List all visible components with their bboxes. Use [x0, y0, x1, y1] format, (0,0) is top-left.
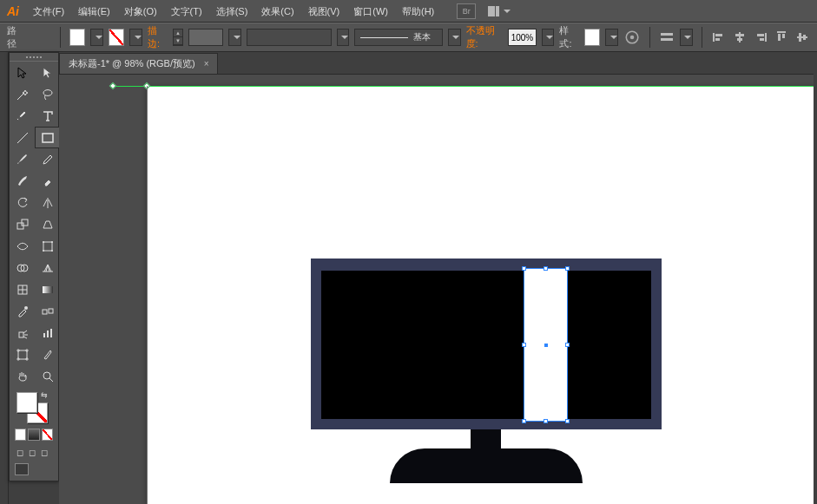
menu-file[interactable]: 文件(F) [26, 0, 71, 23]
resize-handle-tr[interactable] [565, 266, 570, 271]
line-tool[interactable] [10, 127, 35, 148]
hand-tool[interactable] [10, 365, 35, 387]
brush-definition[interactable]: 基本 [354, 29, 442, 46]
shear-tool[interactable] [35, 213, 60, 235]
recolor-button[interactable] [623, 28, 641, 47]
opacity-label[interactable]: 不透明度: [466, 24, 504, 50]
mesh-tool[interactable] [10, 278, 35, 300]
arrange-docs-button[interactable] [488, 6, 511, 16]
stroke-weight-field[interactable] [188, 29, 223, 46]
magic-wand-tool[interactable] [10, 83, 35, 105]
free-transform-tool[interactable] [35, 235, 60, 257]
lasso-tool[interactable] [35, 83, 60, 105]
fill-stroke-indicator[interactable]: ⇆ [10, 387, 58, 427]
resize-handle-bl[interactable] [522, 419, 526, 423]
pencil-tool[interactable] [35, 148, 60, 170]
document-tab[interactable]: 未标题-1* @ 98% (RGB/预览) × [59, 53, 218, 74]
menu-help[interactable]: 帮助(H) [395, 0, 441, 23]
resize-handle-tl[interactable] [522, 266, 526, 271]
menu-effect[interactable]: 效果(C) [254, 0, 300, 23]
graphic-style-swatch[interactable] [584, 29, 600, 46]
selected-object[interactable] [524, 269, 567, 421]
align-vcenter-button[interactable] [794, 29, 810, 46]
align-right-button[interactable] [753, 29, 768, 46]
zoom-tool[interactable] [35, 365, 60, 387]
menu-type[interactable]: 文字(T) [164, 0, 209, 23]
menu-object[interactable]: 对象(O) [117, 0, 164, 23]
resize-handle-t[interactable] [544, 266, 548, 271]
stroke-dropdown[interactable] [129, 29, 142, 46]
align-dropdown[interactable] [680, 29, 693, 46]
column-graph-tool[interactable] [35, 322, 60, 344]
selection-tool[interactable] [10, 62, 35, 83]
brush-dropdown[interactable] [448, 29, 461, 46]
width-tool[interactable] [10, 235, 35, 257]
artboard[interactable] [147, 86, 817, 504]
horizontal-guide[interactable] [113, 86, 817, 87]
selection-center[interactable] [544, 344, 548, 347]
opacity-field[interactable]: 100% [508, 29, 537, 46]
fill-swatch[interactable] [69, 29, 85, 46]
svg-rect-31 [43, 286, 53, 293]
menu-select[interactable]: 选择(S) [209, 0, 255, 23]
svg-rect-7 [739, 32, 741, 43]
eraser-tool[interactable] [35, 170, 60, 192]
var-width-profile[interactable] [247, 29, 332, 46]
align-panel-button[interactable] [659, 29, 675, 46]
bridge-button[interactable]: Br [457, 3, 476, 19]
draw-normal[interactable]: ◻ [15, 446, 25, 458]
toolbox-grip[interactable] [10, 53, 58, 62]
resize-handle-b[interactable] [544, 419, 548, 423]
symbol-sprayer-tool[interactable] [10, 322, 35, 344]
scale-tool[interactable] [10, 213, 35, 235]
color-mode-none[interactable] [42, 429, 53, 441]
stroke-label[interactable]: 描边: [148, 24, 168, 50]
fill-dropdown[interactable] [90, 29, 103, 46]
draw-inside[interactable]: ◻ [39, 446, 49, 458]
type-tool[interactable] [35, 105, 60, 127]
stroke-weight-dropdown[interactable] [228, 29, 241, 46]
art-monitor-base[interactable] [390, 448, 583, 483]
resize-handle-r[interactable] [565, 343, 570, 347]
art-monitor-screen[interactable] [321, 271, 651, 419]
guide-anchor-left[interactable] [109, 82, 116, 89]
shape-builder-tool[interactable] [10, 257, 35, 278]
menu-edit[interactable]: 编辑(E) [71, 0, 117, 23]
stroke-weight-stepper[interactable]: ▲▼ [173, 29, 184, 46]
resize-handle-br[interactable] [565, 419, 570, 423]
blend-tool[interactable] [35, 300, 60, 322]
perspective-grid-tool[interactable] [35, 257, 60, 278]
eyedropper-tool[interactable] [10, 300, 35, 322]
fill-color-indicator[interactable] [16, 392, 37, 413]
opacity-dropdown[interactable] [542, 29, 555, 46]
slice-tool[interactable] [35, 344, 60, 365]
art-monitor-bezel[interactable] [311, 259, 662, 429]
gradient-tool[interactable] [35, 278, 60, 300]
paintbrush-tool[interactable] [10, 148, 35, 170]
document-tab-close[interactable]: × [204, 59, 209, 69]
canvas[interactable] [59, 75, 817, 504]
pen-tool[interactable] [10, 105, 35, 127]
rectangle-tool[interactable] [35, 127, 60, 148]
style-label[interactable]: 样式: [559, 24, 579, 50]
screen-mode-toggle[interactable] [15, 463, 29, 475]
blob-brush-tool[interactable] [10, 170, 35, 192]
artboard-tool[interactable] [10, 344, 35, 365]
color-mode-gradient[interactable] [28, 429, 39, 441]
reflect-tool[interactable] [35, 192, 60, 213]
menu-window[interactable]: 窗口(W) [346, 0, 395, 23]
align-hcenter-button[interactable] [732, 29, 748, 46]
resize-handle-l[interactable] [522, 343, 526, 347]
align-top-button[interactable] [774, 29, 789, 46]
stroke-swatch[interactable] [109, 29, 124, 46]
swap-fill-stroke-icon[interactable]: ⇆ [41, 390, 48, 399]
color-mode-solid[interactable] [15, 429, 26, 441]
graphic-style-dropdown[interactable] [605, 29, 618, 46]
draw-behind[interactable]: ◻ [27, 446, 37, 458]
menu-view[interactable]: 视图(V) [301, 0, 347, 23]
rotate-tool[interactable] [10, 192, 35, 213]
direct-selection-tool[interactable] [35, 62, 60, 83]
chevron-down-icon [135, 36, 142, 39]
align-left-button[interactable] [711, 29, 727, 46]
var-width-dropdown[interactable] [337, 29, 350, 46]
